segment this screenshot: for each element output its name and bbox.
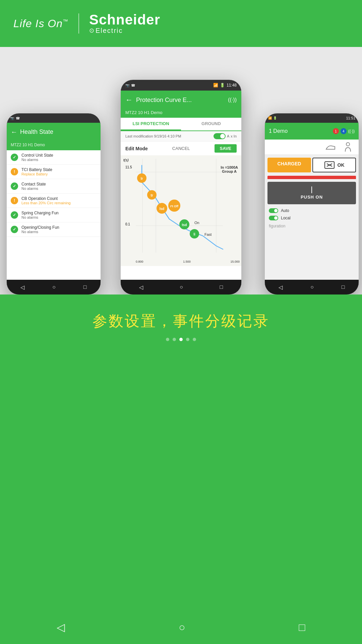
push-on-indicator (311, 186, 312, 193)
bottom-nav-recent[interactable]: □ (299, 621, 305, 634)
bluetooth-icon-right: ((·)) (348, 129, 355, 133)
nav-home-right[interactable]: ○ (310, 284, 314, 290)
edit-mode-label: Edit Mode (125, 146, 148, 151)
nav-recent-right[interactable]: □ (342, 284, 345, 290)
protection-curve-chart: t(s) 11.5 0.1 On Fast (121, 155, 241, 266)
health-status-5: No alarms (21, 215, 59, 219)
health-item-text-6: Opening/Closing Fun No alarms (21, 225, 59, 234)
local-label: Local (281, 216, 291, 220)
save-button[interactable]: SAVE (215, 144, 237, 153)
health-status-1: No alarms (21, 158, 53, 162)
clock-display: 11:48 (227, 83, 237, 88)
health-label-1: Control Unit State (21, 153, 53, 158)
nav-recent-left[interactable]: □ (83, 284, 87, 290)
phone-center-app-header: ← Protection Curve E... ((·)) (121, 91, 241, 109)
status-photo-icon: 📷 (125, 84, 129, 87)
phone-left-screen: 📷 ☎ ← Health State MTZ2 10 H1 Demo ✓ Con… (7, 113, 101, 294)
phone-right: 📶 🔋 11:51 1 Demo 1 4 ((·)) (265, 113, 359, 294)
dot-4[interactable] (186, 338, 189, 341)
dot-1[interactable] (166, 338, 169, 341)
chart-svg: On Fast lr tr lsd I²t Off tsd (136, 159, 226, 259)
brand-logo: Life Is On™ Schneider ⊙ Electric (13, 13, 160, 35)
badge-blue: 4 (341, 128, 347, 134)
chart-y-axis-label: t(s) (123, 158, 129, 162)
config-label: figuration (269, 224, 285, 228)
cb-status-display: OK (312, 158, 356, 172)
nav-back-right[interactable]: ◁ (279, 284, 283, 290)
health-item-text-4: CB Operation Count Less than 20% Circ re… (21, 196, 71, 205)
cancel-button[interactable]: CANCEL (172, 146, 190, 151)
alert-bar (267, 176, 356, 179)
auto-toggle-row: Auto (265, 207, 359, 214)
health-item-control-unit: ✓ Control Unit State No alarms (7, 150, 101, 165)
x-label-3: 15.000 (230, 260, 240, 263)
dot-5[interactable] (193, 338, 196, 341)
phone-left-subtitle: MTZ2 10 H1 Demo (7, 141, 101, 150)
health-status-2: Replace Battery (21, 172, 52, 176)
svg-text:li: li (193, 232, 195, 236)
status-right: 📶 🔋 11:48 (213, 83, 237, 88)
svg-text:lr: lr (141, 177, 143, 180)
nav-home-center[interactable]: ○ (180, 284, 183, 290)
svg-text:On: On (194, 221, 199, 225)
bottom-nav-back[interactable]: ◁ (57, 621, 65, 634)
chart-y-val-high: 11.5 (125, 165, 132, 169)
svg-text:tsd: tsd (182, 223, 187, 227)
health-label-2: TCI Battery State (21, 167, 52, 172)
health-label-4: CB Operation Count (21, 196, 71, 201)
nav-recent-center[interactable]: □ (220, 284, 223, 290)
charged-cb-row: CHARGED OK (265, 154, 359, 176)
svg-text:lsd: lsd (160, 207, 164, 211)
auto-toggle[interactable] (214, 133, 226, 139)
dot-3-active[interactable] (179, 338, 183, 341)
health-item-text-1: Control Unit State No alarms (21, 153, 53, 162)
spacer (13, 341, 349, 542)
right-header-icons: 1 4 ((·)) (333, 128, 355, 134)
back-arrow-icon[interactable]: ← (11, 128, 17, 136)
phone-left-bottom-nav: ◁ ○ □ (7, 280, 101, 294)
push-on-button[interactable]: PUSH ON (267, 182, 356, 204)
right-title: 1 Demo (269, 128, 330, 134)
badge-red: 1 (333, 128, 339, 134)
modification-label: Last modification 9/19/16 4:10 PM (125, 134, 181, 138)
right-clock: 11:51 (346, 116, 355, 120)
shoe-icon (325, 143, 336, 151)
person-icon (344, 142, 352, 152)
center-device-subtitle: MTZ2 10 H1 Demo (121, 109, 241, 118)
person-icon-box (342, 141, 354, 153)
edit-mode-bar: Edit Mode CANCEL SAVE (121, 142, 241, 155)
nav-back-left[interactable]: ◁ (20, 284, 24, 290)
dot-2[interactable] (173, 338, 176, 341)
tab-ground[interactable]: GROUND (181, 118, 241, 130)
svg-text:tr: tr (150, 194, 153, 197)
health-icon-ok-6: ✓ (11, 226, 18, 233)
phones-showcase: 📷 ☎ ← Health State MTZ2 10 H1 Demo ✓ Con… (0, 53, 362, 294)
bottom-nav-home[interactable]: ○ (179, 621, 185, 634)
tab-lsi-protection[interactable]: LSI PROTECTION (121, 118, 181, 130)
header-icons: ((·)) (228, 97, 237, 103)
right-status-left: 📶 🔋 (268, 116, 277, 120)
right-status-call: 🔋 (273, 116, 277, 120)
phone-right-bottom-nav: ◁ ○ □ (265, 280, 359, 294)
nav-back-center[interactable]: ◁ (139, 284, 143, 290)
auto-mini-toggle[interactable] (269, 208, 278, 213)
local-mini-toggle[interactable] (269, 216, 278, 220)
health-label-6: Opening/Closing Fun (21, 225, 59, 230)
center-back-arrow-icon[interactable]: ← (125, 96, 133, 104)
health-label-5: Spring Charging Fun (21, 211, 59, 215)
toggle-label: A (227, 134, 229, 138)
health-item-text-5: Spring Charging Fun No alarms (21, 211, 59, 219)
right-status-photo: 📶 (268, 116, 272, 120)
nav-home-left[interactable]: ○ (52, 284, 56, 290)
shoe-icon-box (324, 141, 337, 153)
modification-bar: Last modification 9/19/16 4:10 PM A x In (121, 131, 241, 142)
health-item-cb-operation: ! CB Operation Count Less than 20% Circ … (7, 194, 101, 208)
battery-icon: 🔋 (220, 83, 225, 88)
charged-button[interactable]: CHARGED (267, 158, 311, 172)
local-toggle-row: Local (265, 214, 359, 222)
phone-right-screen: 📶 🔋 11:51 1 Demo 1 4 ((·)) (265, 113, 359, 294)
separator (0, 47, 362, 53)
phone-center-bottom-nav: ◁ ○ □ (121, 280, 241, 294)
status-icons-row (265, 140, 359, 154)
health-item-tci-battery: ! TCI Battery State Replace Battery (7, 165, 101, 179)
